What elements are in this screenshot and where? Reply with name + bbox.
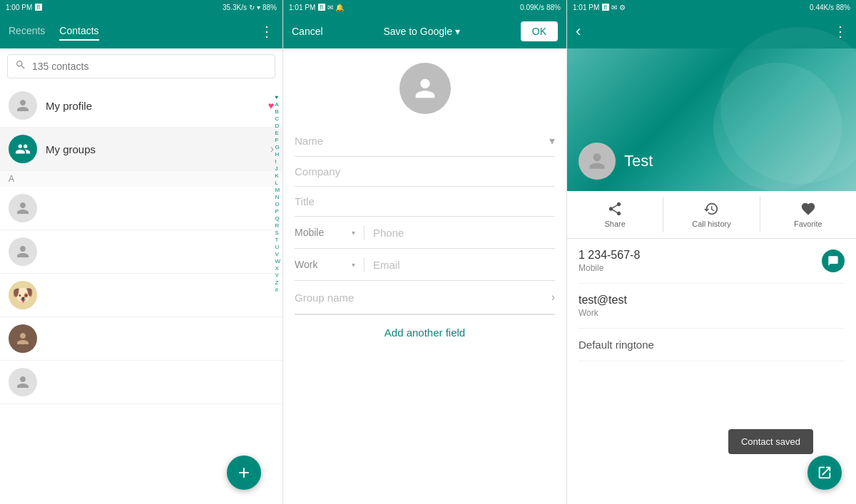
title-input[interactable]: [295, 195, 555, 207]
alpha-h[interactable]: H: [275, 151, 280, 158]
status-bar-p1: 1:00 PM 🅱 35.3K/s ↻ ▾ 88%: [0, 0, 282, 14]
save-to-label: Save to Google: [383, 26, 452, 37]
alpha-s[interactable]: S: [275, 230, 280, 236]
email-value: test@test: [579, 294, 627, 307]
expand-icon: ▾: [549, 134, 555, 148]
work-dropdown-icon[interactable]: ▾: [352, 261, 355, 269]
add-contact-button[interactable]: +: [227, 456, 261, 490]
alpha-l[interactable]: L: [275, 180, 280, 186]
field-divider-2: [364, 257, 365, 272]
status-right-p1: 35.3K/s ↻ ▾ 88%: [223, 4, 277, 11]
list-item[interactable]: [0, 187, 282, 230]
alpha-d[interactable]: D: [275, 123, 280, 129]
status-right-p2: 0.09K/s 88%: [520, 4, 561, 11]
status-bar-p3: 1:01 PM 🅱 ✉ ⚙ 0.44K/s 88%: [567, 0, 856, 14]
alpha-f[interactable]: F: [275, 137, 280, 143]
share-action[interactable]: Share: [567, 191, 663, 238]
contact-actions: Share Call history Favorite: [567, 191, 856, 239]
group-arrow-icon: ›: [551, 291, 555, 304]
cancel-button[interactable]: Cancel: [292, 26, 323, 37]
alpha-w[interactable]: W: [275, 258, 280, 264]
alpha-p[interactable]: P: [275, 208, 280, 215]
contact-form: ▾ Mobile ▾ Work ▾ Group name ›: [283, 125, 566, 504]
my-profile-name: My profile: [46, 100, 268, 112]
export-button[interactable]: [807, 456, 842, 490]
contact-avatar-2: [9, 237, 37, 266]
email-detail-main: test@test Work: [579, 294, 627, 318]
alpha-hash[interactable]: #: [275, 287, 280, 293]
alpha-c[interactable]: C: [275, 115, 280, 122]
alpha-a[interactable]: A: [275, 101, 280, 108]
wifi-icon: ▾: [257, 4, 260, 11]
list-item[interactable]: [0, 317, 282, 361]
tab-contacts[interactable]: Contacts: [59, 22, 98, 41]
alpha-b[interactable]: B: [275, 108, 280, 115]
my-profile-item[interactable]: My profile ♥: [0, 84, 282, 128]
ringtone-row: Default ringtone: [579, 329, 845, 361]
ok-button[interactable]: OK: [521, 21, 558, 41]
alpha-v[interactable]: V: [275, 251, 280, 257]
mobile-dropdown-icon[interactable]: ▾: [352, 229, 355, 237]
app-icon-b: 🅱: [35, 4, 42, 11]
more-options-button[interactable]: ⋮: [260, 23, 274, 40]
alpha-k[interactable]: K: [275, 173, 280, 179]
phone-input[interactable]: [373, 227, 555, 239]
contacts-toolbar: Recents Contacts ⋮: [0, 14, 282, 48]
phone-detail-row: 1 234-567-8 Mobile: [579, 239, 845, 284]
my-profile-avatar: [9, 91, 37, 120]
alpha-t[interactable]: T: [275, 237, 280, 243]
phone-field: Mobile ▾: [295, 217, 555, 249]
contact-avatar-1: [9, 194, 37, 222]
message-button[interactable]: [822, 250, 845, 272]
share-label: Share: [604, 220, 625, 228]
contact-avatar-5: [9, 368, 37, 396]
alpha-n[interactable]: N: [275, 194, 280, 200]
email-input[interactable]: [373, 259, 555, 271]
battery-p1: 88%: [263, 4, 277, 11]
alpha-y[interactable]: Y: [275, 272, 280, 279]
alpha-m[interactable]: M: [275, 187, 280, 193]
alpha-q[interactable]: Q: [275, 215, 280, 222]
search-bar[interactable]: [7, 54, 275, 78]
my-groups-name: My groups: [46, 143, 270, 155]
company-input[interactable]: [295, 165, 555, 178]
name-input[interactable]: [295, 135, 546, 147]
add-contact-toolbar: Cancel Save to Google ▾ OK: [283, 14, 566, 48]
alpha-r[interactable]: R: [275, 222, 280, 229]
alpha-x[interactable]: X: [275, 265, 280, 272]
add-another-field-button[interactable]: Add another field: [295, 314, 555, 350]
status-right-p3: 0.44K/s 88%: [810, 4, 850, 11]
status-left-p2: 1:01 PM 🅱 ✉ 🔔: [289, 4, 344, 11]
speed-p1: 35.3K/s: [223, 4, 247, 11]
list-item[interactable]: [0, 230, 282, 274]
alpha-g[interactable]: G: [275, 144, 280, 150]
group-name-field[interactable]: Group name ›: [295, 281, 555, 314]
search-input[interactable]: [32, 61, 268, 72]
toolbar-tabs: Recents Contacts: [9, 22, 99, 41]
alpha-z[interactable]: Z: [275, 279, 280, 286]
status-left-p1: 1:00 PM 🅱: [6, 4, 42, 11]
back-button[interactable]: ‹: [576, 22, 581, 41]
tab-recents[interactable]: Recents: [9, 22, 45, 41]
save-to-button[interactable]: Save to Google ▾: [383, 26, 460, 37]
favorite-action[interactable]: Favorite: [760, 191, 856, 238]
battery-p3: 88%: [836, 4, 850, 11]
company-field: [295, 157, 555, 187]
alpha-heart[interactable]: ♥: [275, 94, 280, 101]
alpha-u[interactable]: U: [275, 244, 280, 250]
my-groups-item[interactable]: My groups ›: [0, 128, 282, 171]
alpha-j[interactable]: J: [275, 165, 280, 172]
call-history-action[interactable]: Call history: [663, 191, 759, 238]
alphabet-sidebar[interactable]: ♥ A B C D E F G H I J K L M N O P Q R S …: [272, 93, 282, 294]
app-icons-p2: 🅱 ✉ 🔔: [318, 4, 344, 11]
battery-p2: 88%: [546, 4, 561, 11]
app-icons-p3: 🅱 ✉ ⚙: [602, 4, 626, 11]
contact-hero-info: Test: [579, 143, 653, 180]
alpha-e[interactable]: E: [275, 130, 280, 136]
list-item[interactable]: [0, 361, 282, 404]
alpha-o[interactable]: O: [275, 201, 280, 207]
contact-avatar-picker[interactable]: [399, 63, 451, 114]
list-item[interactable]: 🐶: [0, 274, 282, 317]
alpha-i[interactable]: I: [275, 158, 280, 165]
my-groups-avatar: [9, 135, 37, 163]
